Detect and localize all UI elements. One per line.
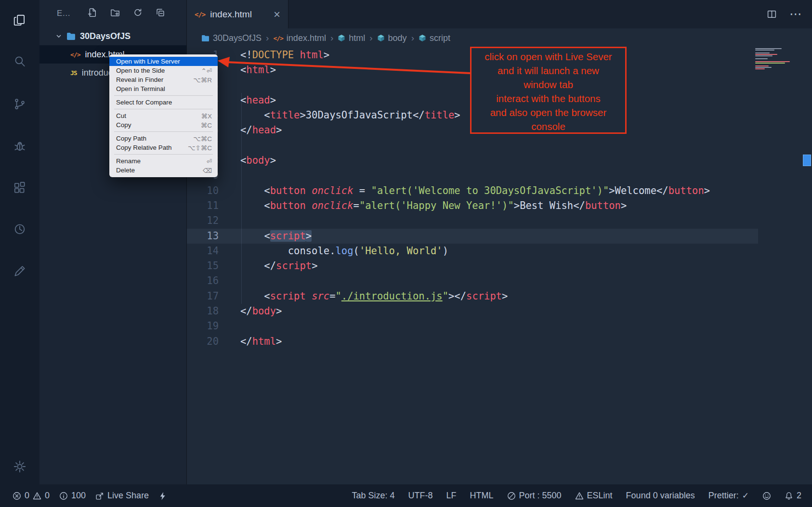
error-icon [13,492,21,500]
warning-icon [575,492,584,500]
tab-size-indicator[interactable]: Tab Size: 4 [352,491,394,501]
code-line: 20</html> [187,334,758,349]
line-number[interactable]: 18 [187,304,219,319]
menu-item-open-with-live-server[interactable]: Open with Live Server [109,57,218,66]
html-file-icon: </> [273,35,283,42]
symbol-cube-icon [338,34,345,42]
overview-ruler-marker [803,155,811,166]
breadcrumb-item-body[interactable]: body [377,33,407,43]
editor-actions: ⋯ [767,0,812,28]
bell-icon [785,492,793,500]
menu-item-cut[interactable]: Cut⌘X [109,111,218,120]
symbol-cube-icon [419,34,426,42]
minimap[interactable] [755,48,799,69]
activity-bar [0,0,39,484]
share-icon [95,492,104,500]
breadcrumb-item-html[interactable]: html [338,33,365,43]
explorer-title: E… [57,9,88,18]
folder-icon [66,32,76,40]
html-file-icon: </> [195,11,205,18]
menu-item-open-to-the-side[interactable]: Open to the Side⌃⏎ [109,66,218,75]
feedback-smiley-button[interactable] [762,492,771,500]
menu-item-select-for-compare[interactable]: Select for Compare [109,98,218,107]
line-number[interactable]: 20 [187,334,219,349]
prettier-indicator[interactable]: Prettier:✓ [708,491,749,501]
symbol-cube-icon [377,34,385,42]
breadcrumb-item-script[interactable]: script [419,33,450,43]
breadcrumb-separator: › [369,33,372,43]
code-line: 11 <button onclick="alert('Happy New Yea… [187,198,758,213]
debug-icon[interactable] [9,135,30,156]
more-actions-icon[interactable]: ⋯ [789,7,802,22]
search-icon[interactable] [9,51,30,72]
line-number[interactable]: 14 [187,244,219,259]
eslint-indicator[interactable]: ESLint [575,491,613,501]
menu-item-reveal-in-finder[interactable]: Reveal in Finder⌥⌘R [109,75,218,84]
line-number[interactable]: 19 [187,319,219,334]
menu-item-copy[interactable]: Copy⌘C [109,120,218,130]
explorer-icon[interactable] [9,10,30,31]
settings-gear-icon[interactable] [9,456,30,477]
notifications-bell-button[interactable]: 2 [785,491,801,501]
language-indicator[interactable]: HTML [470,491,494,501]
clock-icon[interactable] [9,219,30,240]
problems-indicator[interactable]: 0 0 [13,491,50,501]
port-indicator[interactable]: Port : 5500 [507,491,562,501]
split-editor-icon[interactable] [767,9,777,19]
menu-item-copy-relative-path[interactable]: Copy Relative Path⌥⇧⌘C [109,143,218,152]
smiley-icon [762,492,771,500]
variables-indicator[interactable]: Found 0 variables [626,491,695,501]
breadcrumb: 30DaysOfJS › </> index.html › html › bod… [187,28,812,48]
code-line: 17 <script src="./introduction.js"></scr… [187,289,758,304]
breadcrumb-item-file[interactable]: </> index.html [273,33,326,43]
code-line: 16 [187,273,758,288]
menu-item-open-in-terminal[interactable]: Open in Terminal [109,84,218,93]
code-line: 15 </script> [187,259,758,273]
extensions-icon[interactable] [9,177,30,198]
context-menu: Open with Live Server Open to the Side⌃⏎… [109,54,218,177]
line-number[interactable]: 12 [187,213,219,228]
source-control-icon[interactable] [9,93,30,115]
code-line: 19 [187,319,758,334]
menu-item-copy-path[interactable]: Copy Path⌥⌘C [109,134,218,143]
warning-icon [33,492,41,500]
folder-icon [201,35,210,42]
line-number[interactable]: 17 [187,289,219,304]
lightning-icon [158,492,167,500]
line-number[interactable]: 15 [187,259,219,273]
lightning-button[interactable] [158,492,167,500]
breadcrumb-separator: › [266,33,269,43]
line-number[interactable]: 10 [187,183,219,198]
menu-item-rename[interactable]: Rename⏎ [109,156,218,166]
encoding-indicator[interactable]: UTF-8 [408,491,432,501]
live-share-button[interactable]: Live Share [95,491,149,501]
code-line: 9 [187,168,758,183]
pencil-icon[interactable] [9,260,30,282]
code-line: 18</body> [187,304,758,319]
menu-separator [114,109,213,109]
menu-item-delete[interactable]: Delete⌫ [109,166,218,175]
refresh-icon[interactable] [133,8,143,19]
new-file-icon[interactable] [88,8,97,19]
breadcrumb-separator: › [411,33,414,43]
circle-slash-icon [507,492,516,500]
line-number[interactable]: 13 [187,229,219,244]
collapse-all-icon[interactable] [156,8,165,19]
info-indicator[interactable]: 100 [59,491,86,501]
new-folder-icon[interactable] [110,8,120,19]
code-line: 7 [187,138,758,153]
menu-separator [114,154,213,155]
eol-indicator[interactable]: LF [446,491,456,501]
info-icon [59,492,68,500]
annotation-box: click on open with Live Sever and it wil… [470,47,627,134]
breadcrumb-separator: › [330,33,333,43]
code-line: 10 <button onclick = "alert('Welcome to … [187,183,758,198]
close-icon[interactable]: × [273,9,281,20]
line-number[interactable]: 16 [187,273,219,288]
sidebar-item-project-root[interactable]: 30DaysOfJS [39,27,186,45]
code-line: 12 [187,213,758,228]
tab-bar: </> index.html × ⋯ [187,0,812,28]
line-number[interactable]: 11 [187,198,219,213]
breadcrumb-item-project[interactable]: 30DaysOfJS [201,33,262,43]
tab-index-html[interactable]: </> index.html × [187,0,288,28]
